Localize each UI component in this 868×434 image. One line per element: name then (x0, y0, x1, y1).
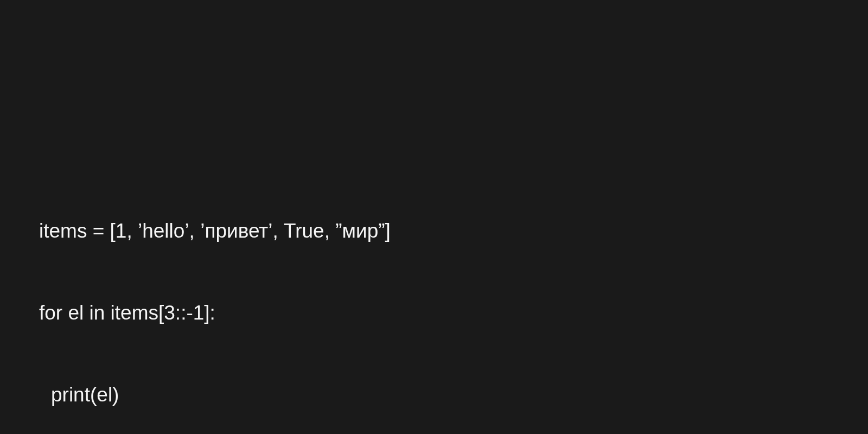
code-line-3: print(el) (39, 381, 391, 409)
code-line-2: for el in items[3::-1]: (39, 299, 391, 327)
code-line-1: items = [1, ’hello’, ’привет’, True, ”ми… (39, 218, 391, 245)
code-snippet: items = [1, ’hello’, ’привет’, True, ”ми… (39, 163, 391, 434)
